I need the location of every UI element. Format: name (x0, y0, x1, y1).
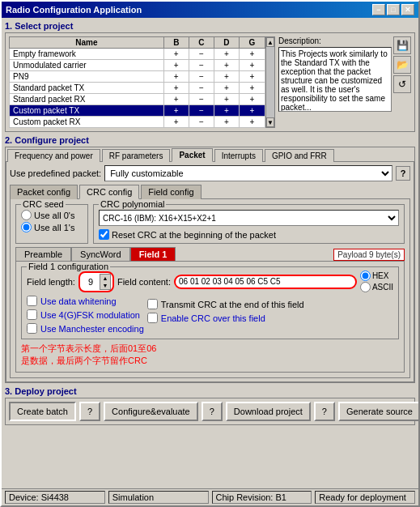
deploy-help2-btn[interactable]: ? (202, 402, 223, 421)
tab-rf-parameters[interactable]: RF parameters (102, 149, 171, 162)
field-tab-syncword[interactable]: SyncWord (71, 247, 130, 261)
table-row[interactable]: Custom packet TX + − + + (10, 105, 265, 117)
status-simulation: Simulation (108, 491, 209, 504)
reset-crc-row: Reset CRC at the beginning of the packet (99, 229, 399, 240)
section2: 2. Configure project Frequency and power… (5, 135, 415, 383)
table-row[interactable]: Empty framework + − + + (10, 49, 265, 60)
refresh-icon-btn[interactable]: ↺ (393, 75, 411, 93)
crc-poly-title: CRC polynomial (99, 199, 166, 209)
col-d: D (214, 37, 239, 49)
scroll-down-btn[interactable]: ▼ (266, 117, 274, 127)
tab-frequency-power[interactable]: Frequency and power (7, 149, 100, 162)
deploy-buttons: Create batch ? Configure&evaluate ? Down… (9, 402, 411, 421)
tab-gpio-frr[interactable]: GPIO and FRR (265, 149, 334, 162)
section1-header: 1. Select project (5, 21, 415, 31)
annotation-line2: 是数据，最后两个字节留作CRC (21, 355, 399, 367)
description-box: Description: This Projects work similarl… (278, 36, 392, 128)
annotation-line1: 第一个字节表示长度，后面01至06 (21, 343, 399, 355)
hex-label: HEX (372, 271, 389, 280)
radio-ones-input[interactable] (21, 222, 32, 232)
hex-radio[interactable] (360, 271, 371, 281)
reset-crc-checkbox[interactable] (99, 229, 109, 240)
inner-tabs-row: Packet config CRC config Field config (10, 185, 410, 199)
main-content: 1. Select project Name B C D (2, 18, 418, 488)
folder-icon-btn[interactable]: 📂 (393, 56, 411, 74)
tab-packet[interactable]: Packet (172, 148, 212, 162)
configure-evaluate-btn[interactable]: Configure&evaluate (104, 402, 198, 421)
table-row[interactable]: Unmodulated carrier + − + + (10, 60, 265, 71)
description-text: This Projects work similarly to the Stan… (278, 47, 392, 112)
predefined-packet-row: Use predefined packet: Fully customizabl… (10, 165, 410, 181)
row-c: − (189, 105, 214, 117)
predefined-help-btn[interactable]: ? (396, 166, 410, 181)
data-whitening-checkbox[interactable] (27, 296, 37, 306)
field-length-input[interactable] (82, 275, 100, 289)
row-d: + (214, 49, 239, 60)
row-c: − (189, 49, 214, 60)
section3: 3. Deploy project Create batch ? Configu… (5, 386, 415, 425)
field-tab-preamble[interactable]: Preamble (15, 247, 71, 261)
inner-tab-packet-config[interactable]: Packet config (10, 185, 78, 199)
row-name: Standard packet TX (10, 83, 164, 94)
hex-ascii-options: HEX ASCII (360, 271, 393, 292)
crc-config-content: CRC seed Use all 0's Use all 1's (10, 198, 410, 378)
spin-up-btn[interactable]: ▲ (100, 275, 110, 282)
save-icon-btn[interactable]: 💾 (393, 36, 411, 54)
deploy-help3-btn[interactable]: ? (314, 402, 335, 421)
inner-tab-crc-config[interactable]: CRC config (79, 185, 139, 199)
checkboxes-area: Use data whitening Use 4(G)FSK modulatio… (27, 296, 393, 335)
close-button[interactable]: ✕ (401, 4, 414, 15)
section3-header: 3. Deploy project (5, 386, 415, 396)
field-length-row: Field length: ▲ ▼ Fie (27, 271, 393, 292)
section2-header: 2. Configure project (5, 135, 415, 145)
status-ready: Ready for deployment (315, 491, 415, 504)
row-b: + (163, 71, 189, 83)
transmit-crc-row: Transmit CRC at the end of this field (147, 299, 393, 309)
inner-tab-field-config[interactable]: Field config (141, 185, 201, 199)
row-b: + (163, 94, 189, 105)
right-sidebar-icons: 💾 📂 ↺ (393, 36, 411, 128)
radio-zeros-input[interactable] (21, 210, 32, 220)
table-scrollbar[interactable]: ▲ ▼ (265, 36, 275, 128)
ascii-radio[interactable] (360, 282, 371, 292)
crc-seed-title: CRC seed (21, 199, 66, 209)
row-name: Empty framework (10, 49, 164, 60)
fsk-checkbox[interactable] (27, 309, 37, 320)
title-bar: Radio Configuration Application − □ ✕ (2, 2, 418, 18)
spin-down-btn[interactable]: ▼ (100, 282, 110, 289)
scroll-track (266, 47, 274, 117)
table-row[interactable]: Standard packet RX + − + + (10, 94, 265, 105)
payload-label: Payload 9 byte(s) (333, 249, 405, 261)
table-row[interactable]: Standard packet TX + − + + (10, 83, 265, 94)
transmit-crc-checkbox[interactable] (147, 299, 158, 309)
row-c: − (189, 94, 214, 105)
field1-config-group: Field 1 configuration Field length: ▲ (21, 266, 399, 339)
row-d: + (214, 105, 239, 117)
deploy-help1-btn[interactable]: ? (79, 402, 100, 421)
row-name: Custom packet RX (10, 117, 164, 128)
section1: 1. Select project Name B C D (5, 21, 415, 132)
minimize-button[interactable]: − (372, 4, 385, 15)
crc-row: CRC seed Use all 0's Use all 1's (15, 204, 405, 244)
field-content-input[interactable] (174, 275, 357, 289)
predefined-combo[interactable]: Fully customizable (104, 165, 392, 181)
manchester-checkbox[interactable] (27, 323, 37, 334)
create-batch-btn[interactable]: Create batch (9, 402, 76, 421)
crc-poly-combo[interactable]: CRC-16 (IBM): X16+X15+X2+1 (99, 210, 399, 226)
table-row[interactable]: Custom packet RX + − + + (10, 117, 265, 128)
field-tab-field1[interactable]: Field 1 (130, 247, 176, 261)
tab-interrupts[interactable]: Interrupts (214, 149, 263, 162)
crc-seed-group: CRC seed Use all 0's Use all 1's (15, 204, 88, 244)
download-project-btn[interactable]: Download project (226, 402, 311, 421)
enable-crc-row: Enable CRC over this field (147, 313, 393, 323)
generate-source-btn[interactable]: Generate source (338, 402, 418, 421)
scroll-up-btn[interactable]: ▲ (266, 37, 274, 47)
row-name: Unmodulated carrier (10, 60, 164, 71)
col-c: C (189, 37, 214, 49)
row-g: + (239, 117, 265, 128)
enable-crc-checkbox[interactable] (147, 313, 158, 323)
table-row[interactable]: PN9 + − + + (10, 71, 265, 83)
maximize-button[interactable]: □ (387, 4, 400, 15)
row-b: + (163, 60, 189, 71)
transmit-crc-label: Transmit CRC at the end of this field (161, 300, 304, 309)
